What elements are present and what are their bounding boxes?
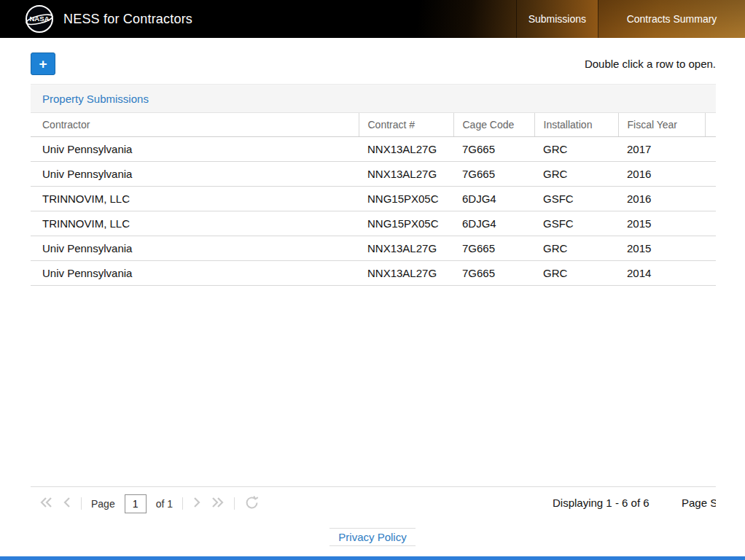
cell-installation: GSFC: [534, 187, 618, 211]
cell-contract-number: NNG15PX05C: [359, 187, 453, 211]
displaying-status: Displaying 1 - 6 of 6: [553, 497, 650, 509]
cell-fiscal-year: 2014: [618, 261, 705, 286]
cell-contractor: TRINNOVIM, LLC: [31, 211, 359, 236]
brand: NASA NESS for Contractors: [0, 0, 516, 38]
pagination-separator: [182, 497, 183, 510]
footer: Privacy Policy: [0, 528, 745, 546]
cell-fiscal-year: 2015: [618, 211, 705, 236]
app-header: NASA NESS for Contractors Submissions Co…: [0, 0, 745, 38]
last-page-button[interactable]: [211, 497, 225, 510]
app-title: NESS for Contractors: [63, 12, 192, 27]
cell-cage-code: 7G665: [453, 162, 534, 187]
double-chevron-left-icon: [39, 497, 53, 510]
cell-cage-code: 7G665: [453, 137, 534, 162]
cell-contract-number: NNG15PX05C: [359, 211, 453, 236]
page-size-label: Page Size: [682, 497, 716, 509]
cell-installation: GRC: [534, 162, 618, 187]
table-row[interactable]: Univ Pennsylvania NNX13AL27G 7G665 GRC 2…: [31, 162, 716, 187]
main-nav: Submissions Contracts Summary: [516, 0, 745, 38]
table-row[interactable]: Univ Pennsylvania NNX13AL27G 7G665 GRC 2…: [31, 261, 716, 286]
table-row[interactable]: Univ Pennsylvania NNX13AL27G 7G665 GRC 2…: [31, 137, 716, 162]
page-number-input[interactable]: [125, 494, 147, 513]
chevron-left-icon: [63, 497, 71, 510]
toolbar: + Double click a row to open.: [0, 38, 745, 75]
cell-fiscal-year: 2016: [618, 162, 705, 187]
refresh-icon: [244, 495, 260, 513]
column-header-installation[interactable]: Installation: [534, 113, 618, 137]
cell-contractor: TRINNOVIM, LLC: [31, 187, 359, 211]
double-chevron-right-icon: [211, 497, 225, 510]
cell-contract-number: NNX13AL27G: [359, 162, 453, 187]
pagination-separator: [81, 497, 82, 510]
cell-cage-code: 6DJG4: [453, 211, 534, 236]
cell-contractor: Univ Pennsylvania: [31, 236, 359, 261]
cell-contract-number: NNX13AL27G: [359, 137, 453, 162]
pagination-separator: [234, 497, 235, 510]
table-row[interactable]: Univ Pennsylvania NNX13AL27G 7G665 GRC 2…: [31, 236, 716, 261]
panel-title: Property Submissions: [31, 84, 716, 113]
cell-contract-number: NNX13AL27G: [359, 261, 453, 286]
cell-cage-code: 7G665: [453, 261, 534, 286]
pagination-bar: Page of 1 Displaying 1 - 6 of 6 Page Siz…: [31, 486, 716, 519]
column-header-cage-code[interactable]: Cage Code: [453, 113, 534, 137]
cell-installation: GRC: [534, 137, 618, 162]
cell-installation: GRC: [534, 236, 618, 261]
cell-contractor: Univ Pennsylvania: [31, 137, 359, 162]
prev-page-button[interactable]: [63, 497, 71, 510]
cell-installation: GSFC: [534, 211, 618, 236]
nav-item-contracts-summary[interactable]: Contracts Summary: [598, 0, 745, 38]
nav-item-submissions[interactable]: Submissions: [516, 0, 598, 38]
column-header-spacer: [705, 113, 716, 137]
cell-fiscal-year: 2015: [618, 236, 705, 261]
first-page-button[interactable]: [39, 497, 53, 510]
cell-cage-code: 7G665: [453, 236, 534, 261]
bottom-bar: [0, 556, 745, 560]
table-row[interactable]: TRINNOVIM, LLC NNG15PX05C 6DJG4 GSFC 201…: [31, 211, 716, 236]
page-of-label: of 1: [156, 498, 173, 510]
property-submissions-panel: Property Submissions Contractor Contract…: [31, 84, 716, 286]
cell-contractor: Univ Pennsylvania: [31, 261, 359, 286]
column-header-contract-number[interactable]: Contract #: [359, 113, 453, 137]
table-header-row: Contractor Contract # Cage Code Installa…: [31, 113, 716, 137]
chevron-right-icon: [192, 497, 201, 510]
next-page-button[interactable]: [192, 497, 201, 510]
cell-fiscal-year: 2017: [618, 137, 705, 162]
refresh-button[interactable]: [244, 495, 260, 513]
cell-installation: GRC: [534, 261, 618, 286]
cell-contract-number: NNX13AL27G: [359, 236, 453, 261]
svg-text:NASA: NASA: [29, 15, 49, 23]
column-header-contractor[interactable]: Contractor: [31, 113, 359, 137]
page-label: Page: [91, 498, 115, 510]
add-submission-button[interactable]: +: [31, 52, 55, 75]
cell-contractor: Univ Pennsylvania: [31, 162, 359, 187]
nasa-logo-icon: NASA: [25, 4, 54, 34]
table-row[interactable]: TRINNOVIM, LLC NNG15PX05C 6DJG4 GSFC 201…: [31, 187, 716, 211]
cell-cage-code: 6DJG4: [453, 187, 534, 211]
double-click-hint: Double click a row to open.: [585, 58, 716, 70]
column-header-fiscal-year[interactable]: Fiscal Year: [618, 113, 705, 137]
submissions-table: Contractor Contract # Cage Code Installa…: [31, 113, 716, 286]
cell-fiscal-year: 2016: [618, 187, 705, 211]
privacy-policy-link[interactable]: Privacy Policy: [329, 528, 415, 546]
